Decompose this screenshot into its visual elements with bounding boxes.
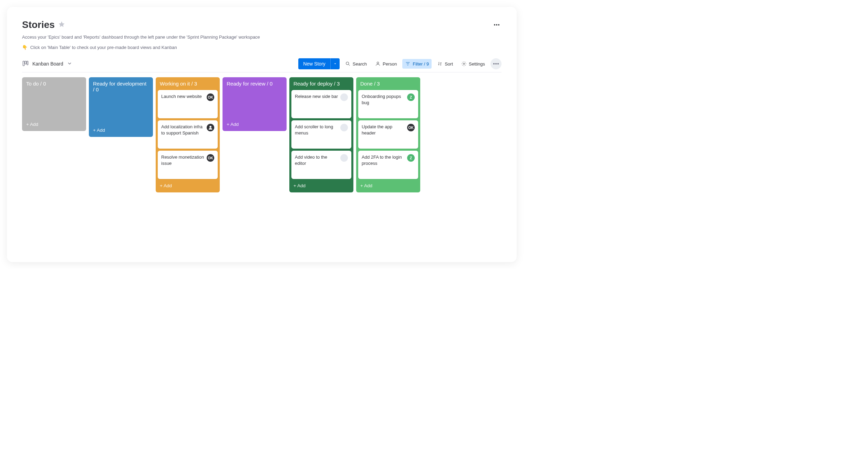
add-card-button[interactable]: + Add xyxy=(156,179,220,192)
add-card-button[interactable]: + Add xyxy=(223,118,287,131)
svg-rect-0 xyxy=(23,61,24,66)
add-card-button[interactable]: + Add xyxy=(289,179,353,192)
view-picker[interactable]: Kanban Board xyxy=(22,60,72,68)
card-title: Launch new website xyxy=(161,93,205,115)
svg-point-10 xyxy=(209,126,211,128)
column-deploy: Ready for deploy / 3Release new side bar… xyxy=(289,77,353,192)
chevron-down-icon xyxy=(333,62,337,66)
svg-line-4 xyxy=(349,64,350,66)
column-body xyxy=(22,90,86,118)
card-title: Add scroller to long menus xyxy=(295,124,338,145)
search-icon xyxy=(345,61,351,67)
person-icon xyxy=(208,125,213,130)
card[interactable]: Add 2FA to the login processZ xyxy=(358,151,418,179)
column-header[interactable]: Ready for development / 0 xyxy=(89,77,153,96)
search-button[interactable]: Search xyxy=(342,59,370,69)
assignee-avatar[interactable] xyxy=(340,154,348,162)
title-wrap: Stories xyxy=(22,19,65,30)
column-body: Launch new websiteOKAdd localization inf… xyxy=(156,90,220,179)
card-title: Add 2FA to the login process xyxy=(362,154,405,176)
more-menu-button[interactable] xyxy=(492,20,502,30)
empty-spacer xyxy=(24,90,84,118)
page-title: Stories xyxy=(22,19,55,30)
card-title: Release new side bar xyxy=(295,93,338,115)
assignee-avatar[interactable] xyxy=(340,124,348,131)
column-review: Ready for review / 0+ Add xyxy=(223,77,287,131)
subtitle-line-2: 👇 Click on 'Main Table' to check out you… xyxy=(22,44,502,51)
add-card-button[interactable]: + Add xyxy=(356,179,420,192)
subtitle-line-1: Access your 'Epics' board and 'Reports' … xyxy=(22,34,502,41)
sort-button[interactable]: Sort xyxy=(434,59,456,69)
card[interactable]: Resolve monetization issueOK xyxy=(158,151,218,179)
settings-button[interactable]: Settings xyxy=(458,59,488,69)
more-icon xyxy=(494,24,499,26)
add-card-button[interactable]: + Add xyxy=(22,118,86,131)
card-title: Resolve monetization issue xyxy=(161,154,205,176)
column-header[interactable]: Done / 3 xyxy=(356,77,420,90)
column-body: Release new side barAdd scroller to long… xyxy=(289,90,353,179)
subtitle-line-2-text: Click on 'Main Table' to check out your … xyxy=(30,45,177,50)
toolbar-right: New Story Search Person Filter / 9 Sort xyxy=(298,58,502,69)
column-body xyxy=(89,96,153,123)
svg-point-5 xyxy=(377,62,379,64)
card[interactable]: Release new side bar xyxy=(291,90,351,118)
filter-label: Filter / 9 xyxy=(413,61,429,67)
column-body xyxy=(223,90,287,118)
kanban-board: To do / 0+ AddReady for development / 0+… xyxy=(22,77,502,192)
column-ready-dev: Ready for development / 0+ Add xyxy=(89,77,153,137)
assignee-avatar[interactable]: Z xyxy=(407,154,415,162)
card[interactable]: Add scroller to long menus xyxy=(291,120,351,149)
svg-rect-1 xyxy=(25,61,26,64)
view-label: Kanban Board xyxy=(32,61,63,67)
star-icon[interactable] xyxy=(58,21,65,29)
card[interactable]: Launch new websiteOK xyxy=(158,90,218,118)
card-title: Update the app header xyxy=(362,124,405,145)
toolbar: Kanban Board New Story Search Person xyxy=(22,58,502,72)
more-options-button[interactable] xyxy=(490,58,502,69)
sort-icon xyxy=(437,61,443,67)
assignee-avatar[interactable]: Z xyxy=(407,93,415,101)
person-label: Person xyxy=(383,61,397,67)
kanban-icon xyxy=(22,60,29,68)
person-icon xyxy=(375,61,381,67)
column-body: Onboarding popups bugZUpdate the app hea… xyxy=(356,90,420,179)
add-card-button[interactable]: + Add xyxy=(89,123,153,137)
settings-label: Settings xyxy=(469,61,485,67)
filter-button[interactable]: Filter / 9 xyxy=(402,59,432,69)
column-header[interactable]: To do / 0 xyxy=(22,77,86,90)
card[interactable]: Update the app headerOK xyxy=(358,120,418,149)
person-filter-button[interactable]: Person xyxy=(372,59,400,69)
more-icon xyxy=(493,63,499,64)
svg-point-3 xyxy=(346,62,349,65)
chevron-down-icon xyxy=(67,61,72,67)
assignee-avatar[interactable]: OK xyxy=(207,93,214,101)
card-title: Add localization infra to support Spanis… xyxy=(161,124,205,145)
sort-label: Sort xyxy=(445,61,453,67)
empty-spacer xyxy=(225,90,285,118)
gear-icon xyxy=(461,61,467,67)
new-story-caret[interactable] xyxy=(330,58,340,69)
column-header[interactable]: Ready for review / 0 xyxy=(223,77,287,90)
board-frame: Stories Access your 'Epics' board and 'R… xyxy=(7,7,517,262)
new-story-label: New Story xyxy=(298,61,330,67)
column-done: Done / 3Onboarding popups bugZUpdate the… xyxy=(356,77,420,192)
card[interactable]: Add video to the editor xyxy=(291,151,351,179)
new-story-button[interactable]: New Story xyxy=(298,58,340,69)
card-title: Add video to the editor xyxy=(295,154,338,176)
filter-icon xyxy=(405,61,411,67)
header-row: Stories xyxy=(22,19,502,30)
card-title: Onboarding popups bug xyxy=(362,93,405,115)
assignee-avatar[interactable]: OK xyxy=(407,124,415,131)
svg-point-9 xyxy=(463,63,465,64)
empty-spacer xyxy=(91,96,151,123)
card[interactable]: Onboarding popups bugZ xyxy=(358,90,418,118)
search-label: Search xyxy=(353,61,367,67)
column-header[interactable]: Working on it / 3 xyxy=(156,77,220,90)
column-todo: To do / 0+ Add xyxy=(22,77,86,131)
svg-rect-2 xyxy=(27,61,28,65)
assignee-avatar[interactable] xyxy=(207,124,214,131)
assignee-avatar[interactable] xyxy=(340,93,348,101)
column-header[interactable]: Ready for deploy / 3 xyxy=(289,77,353,90)
assignee-avatar[interactable]: OK xyxy=(207,154,214,162)
card[interactable]: Add localization infra to support Spanis… xyxy=(158,120,218,149)
